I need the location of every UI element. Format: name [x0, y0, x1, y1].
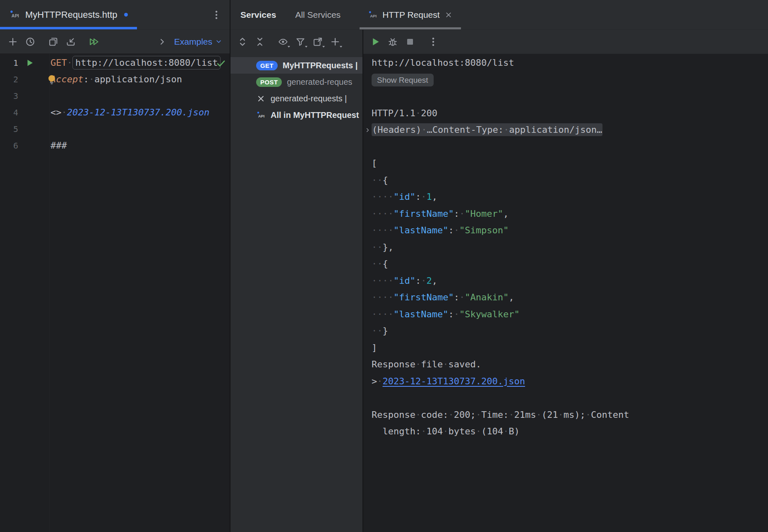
line-number: 2 — [0, 71, 18, 88]
json-token: "Homer" — [465, 208, 503, 219]
add-icon — [7, 36, 18, 47]
json-token: , — [503, 208, 509, 219]
link-prefix: >· — [372, 376, 383, 386]
fold-toggle-icon[interactable] — [365, 122, 371, 139]
spacer — [461, 0, 768, 29]
api-icon: API — [256, 110, 266, 120]
add-button[interactable] — [5, 34, 20, 49]
code-token: <> — [50, 107, 62, 117]
collapsed-headers[interactable]: (Headers)·…Content-Type:·application/jso… — [372, 123, 602, 136]
line-number: 3 — [0, 88, 18, 104]
inspection-ok-icon[interactable] — [216, 58, 226, 69]
expand-all-icon — [237, 36, 248, 47]
response-view[interactable]: http://localhost:8080/listShow Request H… — [363, 54, 768, 532]
json-token: , — [432, 276, 437, 286]
editor-line[interactable]: 4<>·2023-12-13T130737.200.json — [0, 104, 230, 121]
add-button[interactable] — [328, 34, 343, 49]
service-tree-item[interactable]: APIAll in MyHTTPRequest — [230, 107, 362, 123]
editor-line[interactable]: 1GET·http://localhost:8080/list — [0, 55, 230, 71]
run-button[interactable] — [368, 34, 383, 49]
editor-tab-bar: API MyHTTPRequests.http — [0, 0, 230, 30]
code-token[interactable]: 2023-12-13T130737.200.json — [67, 107, 209, 117]
expand-all-button[interactable] — [235, 34, 250, 49]
gutter-slot — [18, 104, 41, 121]
preview-button[interactable] — [276, 34, 290, 49]
json-token: ··} — [372, 326, 388, 336]
open-in-new-tab-icon — [312, 36, 323, 47]
history-button[interactable] — [23, 34, 38, 49]
stop-icon — [405, 36, 415, 47]
toolbar-group — [45, 34, 79, 49]
tab-services[interactable]: Services — [240, 10, 276, 20]
toolbar-group — [425, 34, 442, 49]
response-line: (Headers)·…Content-Type:·application/jso… — [372, 122, 768, 139]
editor-content[interactable]: 1GET·http://localhost:8080/list2Accept:·… — [0, 54, 230, 532]
method-badge: POST — [256, 77, 282, 87]
code-token: · — [62, 107, 67, 117]
tab-http-request[interactable]: API HTTP Request — [360, 0, 461, 29]
code-token[interactable]: http://localhost:8080/list — [72, 56, 221, 69]
service-tree-item[interactable]: GETMyHTTPRequests | — [230, 57, 362, 74]
more-button[interactable] — [426, 34, 441, 49]
service-tree-item[interactable]: POSTgenerated-reques — [230, 74, 362, 90]
examples-dropdown[interactable]: Examples — [174, 37, 222, 47]
import-button[interactable] — [63, 34, 78, 49]
run-all-button[interactable] — [86, 34, 101, 49]
service-item-label: generated-reques — [287, 77, 352, 87]
copy-button[interactable] — [46, 34, 61, 49]
response-line: HTTP/1.1·200 — [372, 105, 768, 122]
editor-tab[interactable]: API MyHTTPRequests.http — [0, 0, 137, 29]
collapse-all-icon — [254, 36, 265, 47]
services-toolbar-buttons — [234, 34, 344, 49]
service-item-label: generated-requests | — [271, 94, 347, 103]
code-token: application/json — [94, 74, 182, 84]
run-all-icon — [89, 36, 99, 47]
editor-line[interactable]: 3 — [0, 88, 230, 104]
editor-line[interactable]: 2Accept:·application/json — [0, 71, 230, 88]
editor-lines: 1GET·http://localhost:8080/list2Accept:·… — [0, 55, 230, 154]
response-line — [372, 88, 768, 105]
close-tab-icon[interactable] — [444, 11, 453, 19]
json-token: [ — [372, 158, 377, 168]
editor-line[interactable]: 6### — [0, 137, 230, 154]
run-request-gutter-icon[interactable] — [25, 58, 34, 67]
open-in-new-tab-button[interactable] — [310, 34, 325, 49]
editor-tab-options-button[interactable] — [209, 7, 224, 22]
debug-icon — [387, 36, 398, 47]
response-line: ····"firstName":·"Homer", — [372, 206, 768, 223]
editor-line-code: <>·2023-12-13T130737.200.json — [41, 104, 230, 121]
line-number: 4 — [0, 104, 18, 121]
json-token: ···· — [372, 208, 394, 219]
tab-all-services[interactable]: All Services — [295, 10, 341, 20]
intention-bulb-icon[interactable] — [46, 74, 58, 85]
more-icon — [428, 36, 439, 47]
json-token: ··{ — [372, 259, 388, 269]
editor-line[interactable]: 5 — [0, 121, 230, 137]
service-tree-item[interactable]: generated-requests | — [230, 90, 362, 107]
stop-button[interactable] — [403, 34, 418, 49]
filter-button[interactable] — [293, 34, 308, 49]
gutter-slot — [18, 55, 41, 71]
chevron-right-icon[interactable] — [158, 37, 167, 46]
json-token: "firstName" — [394, 292, 454, 302]
response-toolbar-buttons — [367, 34, 442, 49]
editor-line-code: ### — [41, 137, 230, 154]
debug-button[interactable] — [385, 34, 400, 49]
json-token: ··{ — [372, 175, 388, 185]
response-line: ····"firstName":·"Anakin", — [372, 289, 768, 306]
response-line: ····"id":·1, — [372, 189, 768, 206]
api-icon: API — [368, 10, 378, 20]
response-panel: http://localhost:8080/listShow Request H… — [363, 30, 768, 532]
collapse-all-button[interactable] — [252, 34, 267, 49]
toolbar-group — [234, 34, 269, 49]
json-token: :· — [454, 292, 465, 302]
response-line: ····"id":·2, — [372, 273, 768, 290]
toolbar-group — [4, 34, 39, 49]
json-token: ···· — [372, 292, 394, 302]
svg-text:API: API — [370, 14, 377, 18]
json-token: "Skywalker" — [459, 309, 520, 319]
method-badge: GET — [256, 61, 278, 70]
services-toolbar — [230, 30, 362, 54]
show-request-button[interactable]: Show Request — [372, 74, 434, 86]
response-file-link[interactable]: 2023-12-13T130737.200.json — [383, 376, 525, 386]
